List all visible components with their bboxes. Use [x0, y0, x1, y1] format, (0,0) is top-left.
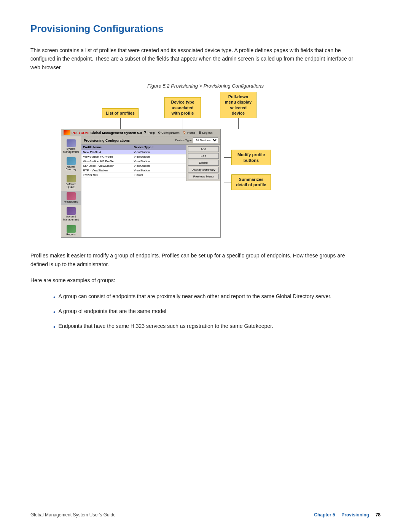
- ss-right-panel: Add Edit Delete Display Summary Previous…: [186, 145, 220, 181]
- ss-body: SystemManagement GlobalDirectory Softwar…: [61, 136, 220, 237]
- body-text-2: Here are some examples of groups:: [30, 276, 358, 284]
- sidebar-label-global: GlobalDirectory: [65, 165, 76, 171]
- callout-box-summarizes: Summarizes detail of profile: [231, 174, 271, 190]
- sidebar-item-system[interactable]: SystemManagement: [61, 138, 81, 155]
- display-summary-button[interactable]: Display Summary: [188, 167, 219, 173]
- polycom-icon: [64, 130, 70, 135]
- bullet-list: • A group can consist of endpoints that …: [53, 292, 381, 332]
- delete-button[interactable]: Delete: [188, 160, 219, 166]
- footer-page-number: 78: [376, 512, 381, 518]
- row-profile-name: San Jose - ViewStation: [83, 164, 134, 168]
- page-container: Provisioning Configurations This screen …: [0, 0, 411, 351]
- row-profile-name: iPower 900: [83, 173, 134, 177]
- callout-list-profiles: List of profiles: [102, 108, 139, 129]
- table-row[interactable]: ViewStation FX Profile ViewStation: [81, 155, 186, 159]
- device-filter-label: Device Type: [175, 139, 192, 142]
- table-row[interactable]: RTP - ViewStation ViewStation: [81, 168, 186, 173]
- row-profile-name: RTP - ViewStation: [83, 169, 134, 172]
- list-item-3: • Endpoints that have the same H.323 ser…: [53, 322, 358, 332]
- footer-chapter-topic: Provisioning: [341, 512, 369, 518]
- sidebar-item-provisioning[interactable]: Provisioning: [61, 191, 81, 205]
- row-device-type: ViewStation: [134, 169, 185, 172]
- row-profile-name: New Profile A: [83, 150, 134, 154]
- bullet-3: •: [53, 322, 56, 332]
- bullet-1: •: [53, 292, 56, 302]
- polycom-logo: POLYCOM Global Management System 5.0 ?: [64, 130, 147, 135]
- list-item-text-3: Endpoints that have the same H.323 servi…: [59, 322, 273, 330]
- ss-table-header: Profile Name Device Type ↑: [81, 145, 186, 150]
- connector-h-summarize: [224, 182, 231, 182]
- ss-sidebar: SystemManagement GlobalDirectory Softwar…: [61, 136, 81, 237]
- list-item-text-2: A group of endpoints that are the same m…: [59, 307, 166, 315]
- ss-table-area: Profile Name Device Type ↑ New Profile A…: [81, 145, 186, 181]
- callout-box-device-type: Device type associated with profile: [164, 97, 201, 118]
- table-row[interactable]: ViewStation MP Profile ViewStation: [81, 159, 186, 164]
- connector-h-modify: [224, 157, 231, 158]
- previous-menu-button[interactable]: Previous Menu: [188, 174, 219, 179]
- figure-caption: Figure 5.2 Provisioning > Provisioning C…: [147, 83, 264, 89]
- ss-topbar: POLYCOM Global Management System 5.0 ? H…: [61, 129, 220, 136]
- callout-box-list-profiles: List of profiles: [102, 108, 139, 118]
- page-title: Provisioning Configurations: [30, 23, 381, 35]
- connector-v-pulldown: [238, 118, 239, 129]
- sidebar-item-account[interactable]: AccountManagement: [61, 206, 81, 222]
- ss-main-header: Provisioning Configurations Device Type …: [81, 136, 220, 145]
- device-filter-select[interactable]: All Devices: [193, 137, 218, 143]
- row-device-type: iPower: [134, 173, 185, 177]
- table-row[interactable]: San Jose - ViewStation ViewStation: [81, 164, 186, 168]
- sidebar-item-reports[interactable]: Reports: [61, 224, 81, 238]
- sidebar-label-system: SystemManagement: [63, 147, 79, 153]
- list-item-1: • A group can consist of endpoints that …: [53, 292, 358, 302]
- global-dir-icon: [67, 157, 76, 165]
- connector-v-list: [120, 118, 121, 129]
- table-row[interactable]: New Profile A ViewStation: [81, 150, 186, 155]
- body-text-1: Profiles makes it easier to modify a gro…: [30, 251, 358, 268]
- footer-chapter-label: Chapter 5: [314, 512, 335, 518]
- sidebar-label-account: AccountManagement: [63, 215, 79, 221]
- intro-paragraph: This screen contains a list of profiles …: [30, 46, 358, 72]
- callout-box-pulldown: Pull-down menu display selected device: [220, 92, 256, 118]
- callout-pulldown: Pull-down menu display selected device: [220, 92, 256, 129]
- add-button[interactable]: Add: [188, 146, 219, 152]
- footer-left: Global Management System User's Guide: [30, 512, 116, 518]
- reports-icon: [67, 225, 76, 233]
- nav-logout[interactable]: 🖥 Log out: [198, 131, 212, 134]
- right-callout-group: Modify profile buttons Summarizes detail…: [224, 129, 271, 190]
- edit-button[interactable]: Edit: [188, 153, 219, 159]
- ss-main-title: Provisioning Configurations: [84, 139, 171, 142]
- nav-help[interactable]: Help: [149, 131, 155, 134]
- provisioning-icon: [67, 192, 76, 200]
- ss-table-body: New Profile A ViewStation ViewStation FX…: [81, 150, 186, 177]
- col-header-device: Device Type ↑: [134, 145, 185, 149]
- nav-config[interactable]: ⚙ Configuration: [158, 131, 180, 134]
- bullet-2: •: [53, 307, 56, 317]
- ss-main: Provisioning Configurations Device Type …: [81, 136, 220, 237]
- system-mgmt-icon: [67, 139, 76, 147]
- ss-topbar-nav: Help ⚙ Configuration 🏠 Home 🖥 Log out: [149, 131, 213, 134]
- list-item-text-1: A group can consist of endpoints that ar…: [59, 292, 332, 300]
- list-item-2: • A group of endpoints that are the same…: [53, 307, 358, 317]
- page-footer: Global Management System User's Guide Ch…: [0, 509, 411, 521]
- callout-modify-profile: Modify profile buttons: [224, 150, 271, 165]
- ss-topbar-title: POLYCOM Global Management System 5.0 ?: [72, 130, 147, 135]
- nav-home[interactable]: 🏠 Home: [183, 131, 196, 134]
- row-device-type: ViewStation: [134, 160, 185, 163]
- screenshot: POLYCOM Global Management System 5.0 ? H…: [61, 129, 221, 238]
- table-row[interactable]: iPower 900 iPower: [81, 173, 186, 177]
- top-callouts-row: List of profiles Device type associated …: [61, 92, 350, 129]
- account-mgmt-icon: [67, 207, 76, 215]
- col-header-profile: Profile Name: [83, 145, 134, 149]
- sidebar-item-software[interactable]: SoftwareUpdate: [61, 173, 81, 190]
- screenshot-row: POLYCOM Global Management System 5.0 ? H…: [61, 129, 350, 238]
- ss-device-filter: Device Type All Devices: [175, 137, 218, 143]
- figure-container: Figure 5.2 Provisioning > Provisioning C…: [30, 83, 381, 238]
- callout-device-type: Device type associated with profile: [164, 97, 201, 129]
- figure-wrapper: List of profiles Device type associated …: [61, 92, 350, 238]
- row-device-type: ViewStation: [134, 155, 185, 158]
- ss-content-area: Profile Name Device Type ↑ New Profile A…: [81, 145, 220, 181]
- footer-chapter-section: Chapter 5 Provisioning 78: [314, 512, 381, 518]
- row-profile-name: ViewStation MP Profile: [83, 160, 134, 163]
- software-update-icon: [67, 175, 76, 182]
- callout-box-modify: Modify profile buttons: [231, 150, 271, 165]
- sidebar-item-global[interactable]: GlobalDirectory: [61, 156, 81, 173]
